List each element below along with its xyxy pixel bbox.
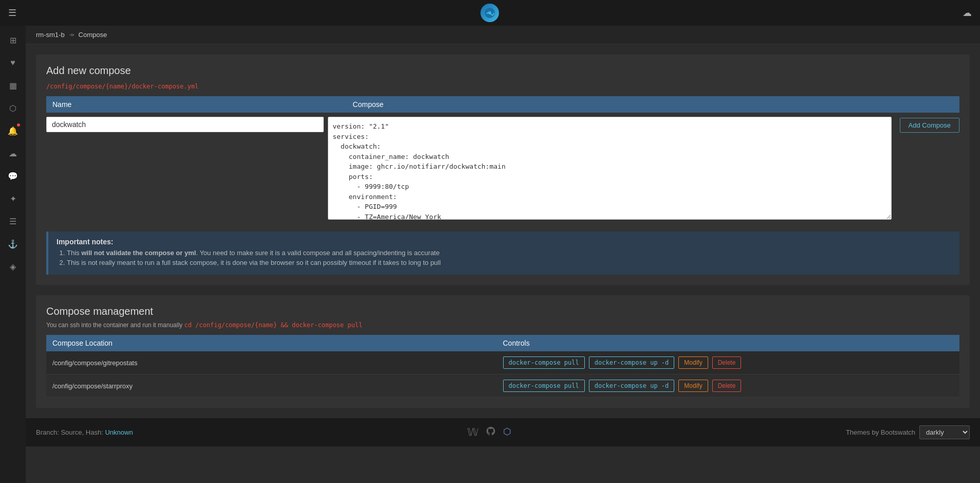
themes-label: Themes by Bootswatch xyxy=(846,428,915,436)
pull-button-2[interactable]: docker-compose pull xyxy=(503,380,585,392)
path-hint: /config/compose/{name}/docker-compose.ym… xyxy=(46,83,959,90)
compose-management-title: Compose management xyxy=(46,306,959,317)
col-controls-header: Controls xyxy=(503,339,954,347)
sidebar-item-logs[interactable]: ☰ xyxy=(4,212,22,230)
controls-2: docker-compose pull docker-compose up -d… xyxy=(503,380,954,392)
breadcrumb-current: Compose xyxy=(79,31,107,39)
sidebar-item-network[interactable]: ⬡ xyxy=(4,99,22,117)
sidebar-item-tools[interactable]: ✦ xyxy=(4,189,22,208)
modify-button-1[interactable]: Modify xyxy=(678,356,708,369)
notes-item-2: This is not really meant to run a full s… xyxy=(67,259,951,266)
add-compose-title: Add new compose xyxy=(46,65,959,77)
hamburger-icon[interactable]: ☰ xyxy=(8,7,16,19)
notes-list: This will not validate the compose or ym… xyxy=(57,249,951,266)
compose-form-row: Add Compose xyxy=(46,113,959,225)
up-button-2[interactable]: docker-compose up -d xyxy=(589,380,675,392)
topbar-right: ☁ xyxy=(963,7,972,19)
breadcrumb-host: rm-sm1-b xyxy=(36,31,65,39)
social-icons: 𝕎 ⬡ xyxy=(467,426,511,439)
compose-management-body: Compose management You can ssh into the … xyxy=(36,295,970,408)
breadcrumb-separator: ↠ xyxy=(69,31,75,39)
sidebar-item-code[interactable]: ◈ xyxy=(4,257,22,276)
wikipedia-icon[interactable]: 𝕎 xyxy=(467,426,478,439)
sidebar-item-cloud[interactable]: ☁ xyxy=(4,144,22,163)
mgmt-table-header: Compose Location Controls xyxy=(46,335,959,351)
sidebar: ⊞ ♥ ▦ ⬡ 🔔 ☁ 💬 ✦ ☰ ⚓ ◈ xyxy=(0,26,26,483)
app-logo xyxy=(480,4,499,22)
branch-label: Branch: Source, Hash: xyxy=(36,428,103,436)
sidebar-item-containers[interactable]: ▦ xyxy=(4,76,22,95)
footer: Branch: Source, Hash: Unknown 𝕎 ⬡ Themes… xyxy=(26,418,980,446)
compose-table-header: Name Compose xyxy=(46,96,959,113)
delete-button-2[interactable]: Delete xyxy=(712,380,742,392)
add-compose-body: Add new compose /config/compose/{name}/d… xyxy=(36,55,970,285)
pull-button-1[interactable]: docker-compose pull xyxy=(503,356,585,369)
col-compose-header: Compose xyxy=(353,100,953,109)
compose-location-1: /config/compose/gitrepostats xyxy=(52,359,503,367)
compose-location-2: /config/compose/starrproxy xyxy=(52,382,503,390)
controls-1: docker-compose pull docker-compose up -d… xyxy=(503,356,954,369)
ssh-hint: You can ssh into the container and run i… xyxy=(46,321,959,329)
theme-selector: Themes by Bootswatch darkly cosmo flatly… xyxy=(846,425,970,439)
notes-item-1: This will not validate the compose or ym… xyxy=(67,249,951,257)
sidebar-item-compose[interactable]: ⚓ xyxy=(4,235,22,253)
github-icon[interactable] xyxy=(486,426,496,439)
add-compose-card: Add new compose /config/compose/{name}/d… xyxy=(36,55,970,285)
breadcrumb: rm-sm1-b ↠ Compose xyxy=(26,26,980,44)
table-row: /config/compose/starrproxy docker-compos… xyxy=(46,374,959,398)
discord-icon[interactable]: ⬡ xyxy=(503,426,511,439)
sidebar-item-chat[interactable]: 💬 xyxy=(4,167,22,185)
sidebar-item-notifications[interactable]: 🔔 xyxy=(4,121,22,140)
sidebar-item-health[interactable]: ♥ xyxy=(4,53,22,72)
cloud-status-icon: ☁ xyxy=(963,8,972,18)
svg-point-1 xyxy=(488,11,491,14)
compose-textarea[interactable] xyxy=(328,117,891,220)
delete-button-1[interactable]: Delete xyxy=(712,356,742,369)
branch-info: Branch: Source, Hash: Unknown xyxy=(36,428,133,436)
compose-management-card: Compose management You can ssh into the … xyxy=(36,295,970,408)
content-area: Add new compose /config/compose/{name}/d… xyxy=(26,44,980,418)
sidebar-item-dashboard[interactable]: ⊞ xyxy=(4,31,22,49)
main-content: rm-sm1-b ↠ Compose Add new compose /conf… xyxy=(26,26,980,483)
name-input[interactable] xyxy=(46,117,324,132)
hash-value: Unknown xyxy=(105,428,133,436)
notes-box: Important notes: This will not validate … xyxy=(46,231,959,275)
theme-select[interactable]: darkly cosmo flatly journal litera lumen… xyxy=(919,425,970,439)
col-location-header: Compose Location xyxy=(52,339,503,347)
management-table: Compose Location Controls /config/compos… xyxy=(46,335,959,398)
modify-button-2[interactable]: Modify xyxy=(678,380,708,392)
up-button-1[interactable]: docker-compose up -d xyxy=(589,356,675,369)
col-name-header: Name xyxy=(52,100,353,109)
table-row: /config/compose/gitrepostats docker-comp… xyxy=(46,351,959,374)
notes-title: Important notes: xyxy=(57,238,951,246)
add-compose-button[interactable]: Add Compose xyxy=(900,118,959,133)
top-navbar: ☰ ☁ xyxy=(0,0,980,26)
notification-badge xyxy=(17,123,20,127)
